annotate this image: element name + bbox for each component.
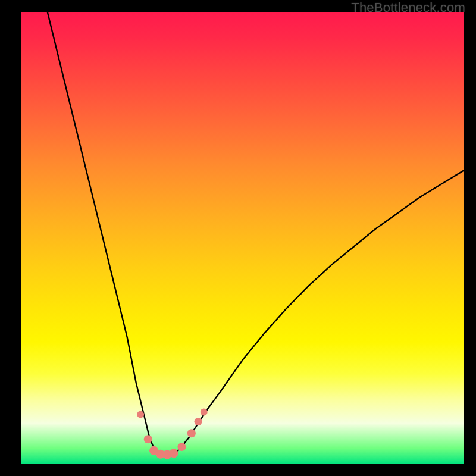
curve-marker xyxy=(144,435,152,443)
bottleneck-curve xyxy=(48,12,464,455)
plot-area xyxy=(21,12,464,464)
curve-svg xyxy=(21,12,464,464)
curve-marker xyxy=(137,411,144,418)
chart-frame: TheBottleneck.com xyxy=(0,0,476,476)
curve-marker xyxy=(201,409,208,416)
curve-marker xyxy=(195,418,202,425)
watermark-text: TheBottleneck.com xyxy=(351,0,465,15)
curve-marker xyxy=(177,443,186,451)
curve-marker xyxy=(170,449,178,458)
curve-marker xyxy=(187,429,196,437)
